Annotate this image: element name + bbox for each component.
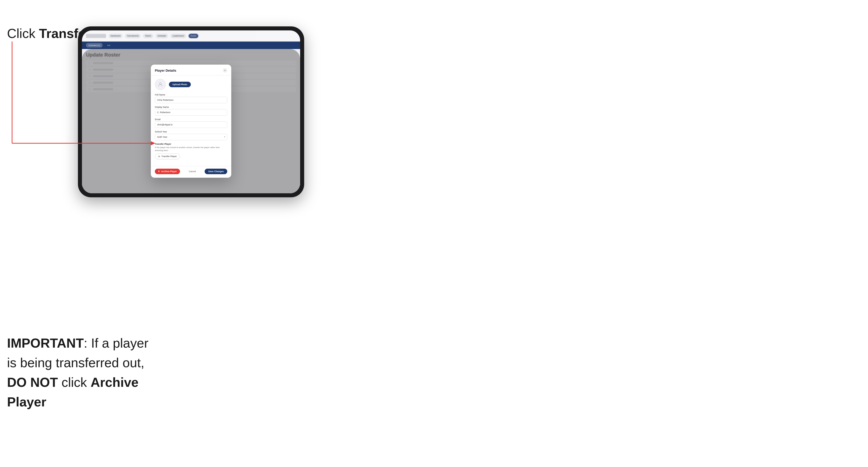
avatar <box>155 79 166 90</box>
modal-footer: ⬇ Archive Player Cancel Save Changes <box>151 166 231 178</box>
app-logo <box>86 34 106 38</box>
display-name-label: Display Name <box>155 106 227 108</box>
player-details-modal: Player Details × <box>151 65 231 178</box>
instruction-bottom: IMPORTANT: If a player is being transfer… <box>7 333 158 412</box>
modal-header: Player Details × <box>151 65 231 75</box>
upload-photo-button[interactable]: Upload Photo <box>169 82 191 87</box>
archive-btn-label: Archive Player <box>161 170 177 173</box>
transfer-player-button[interactable]: ⟳ Transfer Player <box>155 154 180 159</box>
nav-bar: Dashboard Tournaments Teams Schedule Lea… <box>82 30 300 41</box>
do-not-text: click <box>58 375 91 390</box>
svg-point-0 <box>159 83 161 85</box>
transfer-icon: ⟳ <box>158 155 160 158</box>
school-year-field: School Year Sixth Year First Year Second… <box>155 130 227 140</box>
sub-nav-scorecard[interactable]: Scorecard (11) <box>86 43 102 48</box>
nav-tab-dashboard: Dashboard <box>108 34 122 38</box>
content-area: Update Roster <box>82 49 300 193</box>
full-name-input[interactable] <box>155 97 227 103</box>
transfer-btn-label: Transfer Player <box>161 155 177 158</box>
nav-tab-tournaments: Tournaments <box>125 34 141 38</box>
transfer-section-title: Transfer Player <box>155 143 227 145</box>
nav-tab-teams: Teams <box>143 34 153 38</box>
nav-tab-roster[interactable]: Roster <box>189 34 198 38</box>
full-name-label: Full Name <box>155 93 227 96</box>
modal-title: Player Details <box>155 69 176 72</box>
email-field: Email <box>155 118 227 128</box>
school-year-select[interactable]: Sixth Year First Year Second Year Third … <box>155 134 227 140</box>
do-not-label: DO NOT <box>7 375 58 390</box>
avatar-row: Upload Photo <box>155 79 227 90</box>
nav-tab-schedule: Schedule <box>156 34 168 38</box>
archive-icon: ⬇ <box>158 170 160 173</box>
email-label: Email <box>155 118 227 121</box>
nav-tab-leaderboard: Leaderboard <box>170 34 186 38</box>
email-input[interactable] <box>155 121 227 128</box>
display-name-input[interactable] <box>155 109 227 116</box>
transfer-section: Transfer Player If this player has moved… <box>155 143 227 159</box>
important-label: IMPORTANT <box>7 336 84 350</box>
cancel-button[interactable]: Cancel <box>186 169 198 174</box>
display-name-field: Display Name <box>155 106 227 116</box>
school-year-select-wrapper: Sixth Year First Year Second Year Third … <box>155 134 227 140</box>
save-changes-button[interactable]: Save Changes <box>205 169 227 174</box>
archive-player-button[interactable]: ⬇ Archive Player <box>155 169 180 174</box>
transfer-description: If this player has moved to another scho… <box>155 146 227 152</box>
modal-overlay: Player Details × <box>82 49 300 193</box>
modal-close-button[interactable]: × <box>223 68 227 73</box>
sub-nav-bar: Scorecard (11) Add <box>82 41 300 49</box>
full-name-field: Full Name <box>155 93 227 103</box>
modal-body: Upload Photo Full Name Display Name <box>151 75 231 166</box>
ipad-device: Dashboard Tournaments Teams Schedule Lea… <box>78 26 304 197</box>
instruction-prefix: Click <box>7 26 39 41</box>
ipad-screen: Dashboard Tournaments Teams Schedule Lea… <box>82 30 300 193</box>
school-year-label: School Year <box>155 130 227 133</box>
sub-nav-add[interactable]: Add <box>104 43 113 48</box>
